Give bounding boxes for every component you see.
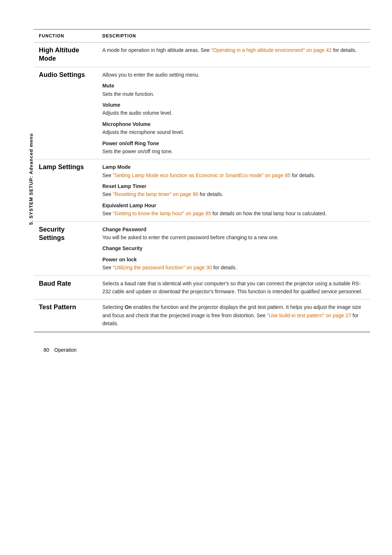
security-change-pw: Change Password You will be asked to ent… (102, 225, 365, 242)
func-name-security: Security Settings (39, 226, 65, 241)
desc-cell-baud-rate: Selects a baud rate that is identical wi… (97, 276, 370, 299)
func-name-audio: Audio Settings (39, 71, 85, 78)
audio-mute-desc: Sets the mute function. (102, 91, 154, 97)
func-cell-high-altitude: High Altitude Mode (34, 42, 97, 67)
security-power-lock-desc: See "Utilizing the password function" on… (102, 265, 237, 270)
audio-power-tone: Power on/off Ring Tone Sets the power on… (102, 139, 365, 156)
audio-volume-desc: Adjusts the audio volume level. (102, 110, 172, 116)
security-change-pw-title: Change Password (102, 227, 146, 232)
func-name-test-pattern: Test Pattern (39, 303, 76, 311)
lamp-mode-desc: See "Setting Lamp Mode eco function as E… (102, 172, 315, 178)
security-power-lock-title: Power on lock (102, 257, 137, 262)
func-cell-security: Security Settings (34, 221, 97, 276)
link-lamp-timer[interactable]: "Resetting the lamp timer" on page 90 (113, 191, 199, 197)
link-test-pattern[interactable]: "Use build-in test pattern" on page 27 (267, 313, 351, 318)
page-number: 80 (44, 347, 49, 353)
table-row: Test Pattern Selecting On enables the fu… (34, 299, 370, 331)
func-name-high-altitude: High Altitude Mode (39, 46, 79, 62)
col-header-description: DESCRIPTION (97, 30, 370, 42)
audio-volume: Volume Adjusts the audio volume level. (102, 101, 365, 117)
table-row: Lamp Settings Lamp Mode See "Setting Lam… (34, 159, 370, 221)
audio-intro: Allows you to enter the audio setting me… (102, 71, 365, 79)
lamp-reset-timer-title: Reset Lamp Timer (102, 183, 146, 189)
audio-power-tone-title: Power on/off Ring Tone (102, 140, 159, 146)
func-cell-baud-rate: Baud Rate (34, 276, 97, 299)
lamp-equiv-hour: Equivalent Lamp Hour See "Getting to kno… (102, 201, 365, 218)
table-row: Baud Rate Selects a baud rate that is id… (34, 276, 370, 299)
func-cell-audio: Audio Settings (34, 67, 97, 159)
lamp-mode-title: Lamp Mode (102, 164, 131, 170)
audio-mute: Mute Sets the mute function. (102, 82, 365, 98)
desc-cell-security: Change Password You will be asked to ent… (97, 221, 370, 276)
table-row: Audio Settings Allows you to enter the a… (34, 67, 370, 159)
desc-cell-test-pattern: Selecting On enables the function and th… (97, 299, 370, 331)
page-wrapper: 5. SYSTEM SETUP: Advanced menu FUNCTION … (0, 15, 392, 375)
desc-cell-lamp: Lamp Mode See "Setting Lamp Mode eco fun… (97, 159, 370, 221)
link-lamp-hour[interactable]: "Getting to know the lamp hour" on page … (113, 211, 211, 216)
table-row: Security Settings Change Password You wi… (34, 221, 370, 276)
audio-mic-volume: Microphone Volume Adjusts the microphone… (102, 120, 365, 136)
security-change-pw-desc: You will be asked to enter the current p… (102, 234, 279, 240)
col-header-function: FUNCTION (34, 30, 97, 42)
audio-mic-title: Microphone Volume (102, 121, 151, 127)
test-pattern-on-bold: On (124, 304, 131, 310)
page-label: Operation (54, 347, 77, 353)
sidebar-label: 5. SYSTEM SETUP: Advanced menu (22, 29, 34, 332)
audio-mic-desc: Adjusts the microphone sound level. (102, 129, 184, 135)
audio-power-tone-desc: Sets the power on/off ring tone. (102, 148, 173, 154)
lamp-equiv-hour-desc: See "Getting to know the lamp hour" on p… (102, 211, 327, 216)
test-pattern-desc: Selecting On enables the function and th… (102, 304, 361, 326)
main-content: 5. SYSTEM SETUP: Advanced menu FUNCTION … (22, 29, 370, 332)
desc-cell-high-altitude: A mode for operation in high altitude ar… (97, 42, 370, 67)
table-row: High Altitude Mode A mode for operation … (34, 42, 370, 67)
func-cell-lamp: Lamp Settings (34, 159, 97, 221)
link-lamp-mode[interactable]: "Setting Lamp Mode eco function as Econo… (113, 172, 290, 178)
func-name-baud-rate: Baud Rate (39, 280, 71, 287)
func-cell-test-pattern: Test Pattern (34, 299, 97, 331)
lamp-reset-timer: Reset Lamp Timer See "Resetting the lamp… (102, 182, 365, 199)
link-password[interactable]: "Utilizing the password function" on pag… (113, 265, 212, 270)
lamp-equiv-hour-title: Equivalent Lamp Hour (102, 203, 156, 208)
security-power-lock: Power on lock See "Utilizing the passwor… (102, 256, 365, 272)
audio-volume-title: Volume (102, 102, 121, 108)
baud-rate-desc: Selects a baud rate that is identical wi… (102, 281, 362, 294)
link-high-altitude[interactable]: "Operating in a high altitude environmen… (211, 47, 332, 53)
desc-cell-audio: Allows you to enter the audio setting me… (97, 67, 370, 159)
lamp-mode: Lamp Mode See "Setting Lamp Mode eco fun… (102, 163, 365, 179)
audio-mute-title: Mute (102, 83, 114, 89)
func-name-lamp: Lamp Settings (39, 163, 84, 171)
footer: 80 Operation (22, 347, 370, 353)
security-change-security: Change Security (102, 244, 365, 252)
table-container: FUNCTION DESCRIPTION High Altitude Mode … (34, 29, 370, 332)
security-change-security-title: Change Security (102, 245, 142, 251)
main-table: FUNCTION DESCRIPTION High Altitude Mode … (34, 30, 370, 332)
lamp-reset-timer-desc: See "Resetting the lamp timer" on page 9… (102, 191, 223, 197)
